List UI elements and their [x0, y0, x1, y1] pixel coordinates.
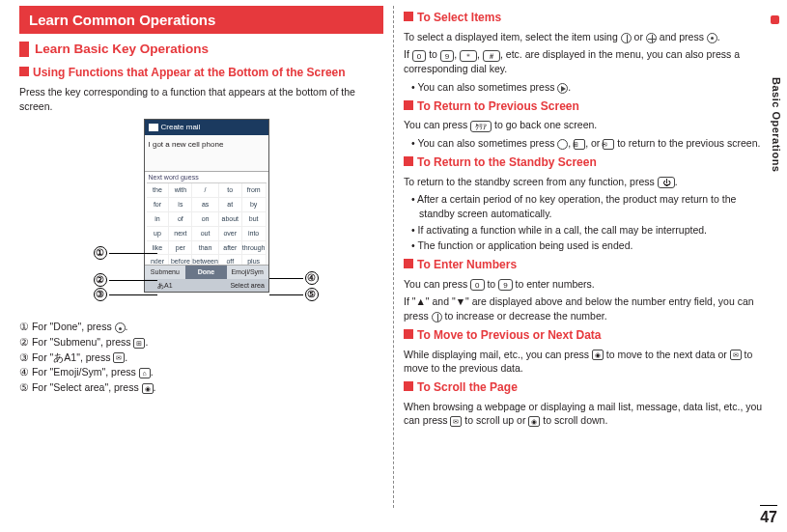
phone-header: Create mail: [145, 120, 268, 134]
mail-key-icon: ✉: [450, 416, 462, 427]
predict-cell: into: [242, 227, 267, 241]
phone-screenshot: Create mail I got a new cell phone Next …: [144, 119, 269, 293]
callout-5: ⑤: [269, 288, 319, 301]
mail-key-icon: ✉: [113, 352, 125, 363]
callout-2: ②: [94, 273, 157, 287]
square-bullet-icon: [404, 12, 413, 21]
h-numbers: To Enter Numbers: [417, 257, 517, 273]
h-scroll: To Scroll the Page: [417, 379, 518, 396]
standby-bullet2: • If activating a function while in a ca…: [411, 223, 768, 238]
select-body: To select a displayed item, select the i…: [404, 30, 768, 44]
h-return: To Return to Previous Screen: [417, 98, 579, 115]
predict-cell: than: [192, 241, 218, 256]
phone-message: I got a new cell phone: [145, 135, 268, 172]
section-basic: Learn Basic Key Operations: [19, 42, 383, 57]
square-bullet-icon: [404, 329, 413, 339]
return-body: You can press ｸﾘｱ to go back one screen.: [404, 118, 768, 132]
softkey-done: Done: [185, 265, 227, 279]
key-9: 9: [498, 279, 512, 291]
predict-cell: is: [169, 198, 192, 212]
return-bullet: • You can also sometimes press , ⊞, or ✉…: [411, 136, 768, 151]
key-star: ＊: [460, 50, 477, 62]
predict-cell: the: [147, 183, 170, 198]
center-key-icon: [707, 33, 717, 43]
predict-cell: by: [242, 198, 267, 212]
phone-grid: thewith/tofromforisasatbyinofonaboutbutu…: [145, 182, 268, 269]
h-select: To Select Items: [417, 10, 501, 26]
subsection-using-title: Using Functions that Appear at the Botto…: [33, 65, 346, 81]
square-bullet-icon: [404, 156, 413, 166]
subsection-using: Using Functions that Appear at the Botto…: [19, 65, 383, 81]
predict-cell: over: [219, 227, 242, 241]
move-body: While displaying mail, etc., you can pre…: [404, 348, 768, 376]
phone-softkeys: Submenu Done Emoji/Sym あA1 Select area: [145, 265, 268, 293]
phone-header-text: Create mail: [161, 122, 201, 132]
predict-cell: in: [147, 212, 170, 227]
side-tab-marker: [771, 15, 779, 24]
softkey-blank: [185, 279, 227, 293]
clear-key: ｸﾘｱ: [470, 121, 492, 132]
callout-3: ③: [94, 288, 157, 301]
center-key-icon: [115, 322, 126, 333]
updown-key-icon: [432, 312, 442, 322]
key-0: 0: [470, 279, 484, 291]
predict-cell: for: [147, 198, 170, 212]
square-bullet-icon: [19, 67, 29, 76]
side-tab: Basic Operations: [769, 77, 783, 172]
predict-cell: next: [169, 227, 192, 241]
key-9: 9: [440, 50, 454, 62]
back-key-icon: [557, 139, 568, 150]
softkey-selectarea: Select area: [227, 279, 268, 293]
callout-1: ①: [94, 246, 157, 260]
square-bullet-icon: [404, 100, 413, 110]
standby-bullet3: • The function or application being used…: [411, 238, 768, 253]
predict-cell: out: [192, 227, 218, 241]
predict-cell: per: [169, 241, 192, 256]
predict-cell: through: [242, 241, 267, 256]
select-bullet: • You can also sometimes press .: [411, 80, 768, 95]
end-key: ⏻: [658, 177, 675, 188]
num-body2: If "▲" and "▼" are displayed above and b…: [404, 294, 768, 322]
manual-page: Learn Common Operations Learn Basic Key …: [0, 0, 787, 508]
h-move: To Move to Previous or Next Data: [417, 327, 601, 344]
right-column: To Select Items To select a displayed it…: [394, 0, 787, 508]
predict-cell: to: [219, 183, 242, 198]
predict-cell: on: [192, 212, 218, 227]
select-body2: If 0 to 9, ＊, ＃, etc. are displayed in t…: [404, 47, 768, 75]
phone-predict-label: Next word guess: [145, 172, 268, 183]
using-body: Press the key corresponding to a functio…: [19, 85, 383, 113]
mail-key-icon: ✉: [730, 350, 742, 360]
predict-cell: /: [192, 183, 218, 198]
key-hash: ＃: [483, 50, 500, 62]
dpad-key-icon: [646, 33, 657, 43]
mail-key-icon: ✉: [603, 139, 614, 150]
predict-cell: about: [219, 212, 242, 227]
web-key-icon: ◉: [528, 416, 540, 427]
predict-cell: after: [219, 241, 242, 256]
right-key-icon: [557, 83, 568, 94]
predict-cell: from: [242, 183, 267, 198]
standby-body: To return to the standby screen from any…: [404, 175, 768, 189]
app-key-icon: ⊞: [133, 338, 145, 349]
app-key-icon: ⊞: [574, 139, 585, 150]
updown-key-icon: [621, 33, 632, 43]
web-key-icon: ◉: [142, 383, 154, 394]
softkey-emoji: Emoji/Sym: [227, 265, 268, 279]
web-key-icon: ◉: [592, 350, 604, 360]
camera-key-icon: ⌂: [139, 368, 151, 378]
h-standby: To Return to the Standby Screen: [417, 154, 597, 171]
callout-legend: ① For "Done", press . ② For "Submenu", p…: [19, 320, 383, 394]
predict-cell: up: [147, 227, 170, 241]
left-column: Learn Common Operations Learn Basic Key …: [0, 0, 393, 508]
num-body: You can press 0 to 9 to enter numbers.: [404, 277, 768, 292]
predict-cell: as: [192, 198, 218, 212]
standby-bullet1: • After a certain period of no key opera…: [411, 192, 768, 220]
phone-figure: Create mail I got a new cell phone Next …: [76, 119, 327, 312]
predict-cell: with: [169, 183, 192, 198]
predict-cell: at: [219, 198, 242, 212]
predict-cell: of: [169, 212, 192, 227]
mail-icon: [149, 124, 158, 131]
key-0: 0: [412, 50, 426, 62]
chapter-title: Learn Common Operations: [19, 6, 383, 34]
square-bullet-icon: [404, 259, 413, 268]
